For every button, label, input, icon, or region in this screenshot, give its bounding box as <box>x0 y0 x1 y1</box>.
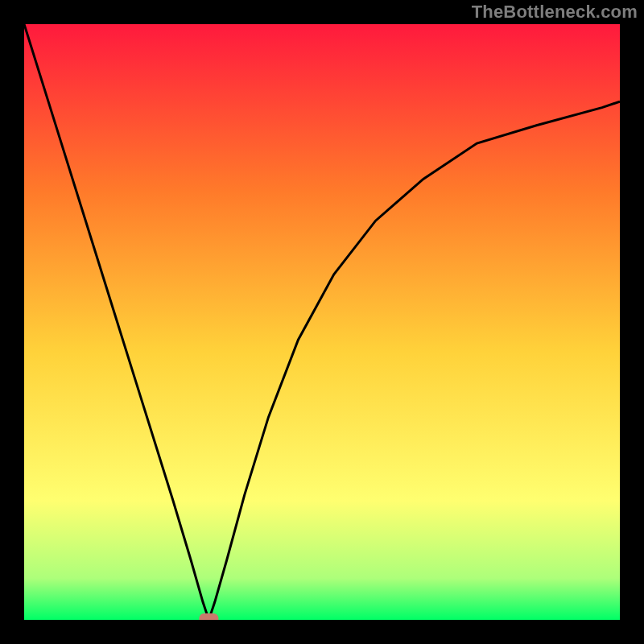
chart-frame: TheBottleneck.com <box>0 0 644 644</box>
min-point-marker <box>199 613 218 620</box>
chart-background <box>24 24 620 620</box>
bottleneck-chart <box>24 24 620 620</box>
watermark-text: TheBottleneck.com <box>472 2 638 23</box>
